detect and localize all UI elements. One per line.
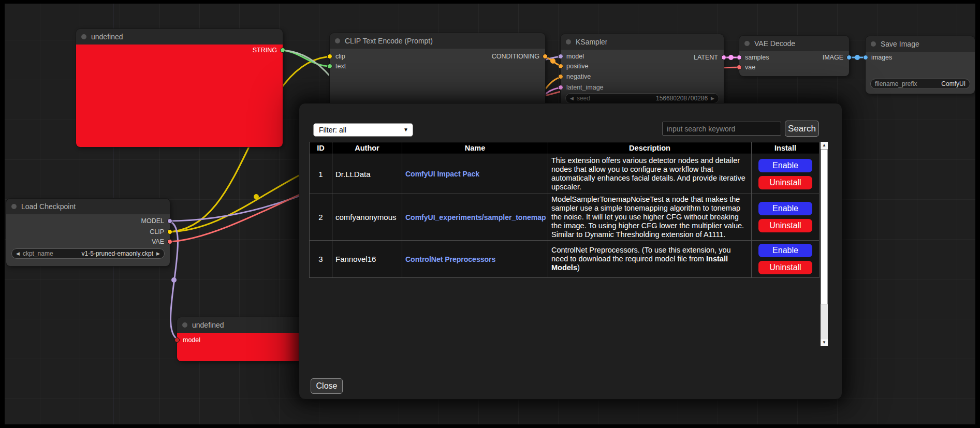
decrement-arrow-icon[interactable]: ◀ [16, 252, 20, 256]
uninstall-button[interactable]: Uninstall [758, 219, 812, 232]
input-dot-text[interactable] [327, 64, 332, 69]
scrollbar-thumb[interactable] [821, 149, 828, 304]
uninstall-button[interactable]: Uninstall [758, 261, 812, 274]
input-dot-vae[interactable] [737, 65, 742, 70]
wire-dot-clip [254, 194, 259, 199]
cell-description: ModelSamplerTonemapNoiseTest a node that… [548, 194, 752, 241]
search-button[interactable]: Search [785, 121, 819, 137]
scroll-up-icon[interactable]: ▲ [821, 142, 828, 149]
collapse-dot-icon[interactable] [335, 38, 340, 43]
output-dot-vae[interactable] [167, 239, 172, 244]
extension-link[interactable]: ControlNet Preprocessors [405, 255, 495, 263]
output-label-vae: VAE [152, 238, 164, 245]
input-dot-negative[interactable] [558, 74, 563, 79]
collapse-dot-icon[interactable] [744, 41, 750, 46]
custom-nodes-manager-dialog: Filter: all ▼ Search ID Author Name Desc… [299, 103, 842, 400]
cell-install: Enable Uninstall [752, 241, 820, 278]
node-ksampler[interactable]: KSampler model positive negative latent_… [561, 34, 724, 112]
node-load-checkpoint[interactable]: Load Checkpoint MODEL CLIP VAE ◀ ckpt_na… [6, 199, 170, 266]
widget-name: filename_prefix [875, 80, 917, 87]
node-title: undefined [192, 321, 224, 329]
output-dot-image[interactable] [846, 55, 852, 60]
filename-prefix-widget[interactable]: filename_prefix ComfyUI [870, 79, 970, 89]
extensions-table: ID Author Name Description Install 1 Dr.… [309, 142, 820, 278]
input-dot-model[interactable] [558, 54, 563, 59]
input-label-model: model [183, 336, 200, 344]
cell-install: Enable Uninstall [752, 154, 820, 194]
table-scrollbar[interactable]: ▲ ▼ [821, 142, 828, 346]
wire-dot-image [855, 55, 860, 60]
header-name: Name [402, 142, 548, 154]
input-label-negative: negative [566, 73, 591, 80]
input-dot-images[interactable] [863, 55, 868, 60]
input-dot-latent-image[interactable] [558, 85, 563, 90]
table-header-row: ID Author Name Description Install [310, 142, 820, 154]
cell-author: Fannovel16 [332, 241, 402, 278]
output-dot-conditioning[interactable] [543, 54, 548, 59]
extension-link[interactable]: ComfyUI Impact Pack [405, 170, 479, 178]
collapse-dot-icon[interactable] [182, 322, 187, 328]
seed-widget[interactable]: ◀ seed 156680208700286 ▶ [565, 93, 719, 104]
node-clip-text-encode[interactable]: CLIP Text Encode (Prompt) clip text COND… [330, 33, 545, 111]
node-vae-decode[interactable]: VAE Decode samples vae IMAGE [739, 36, 849, 76]
increment-arrow-icon[interactable]: ▶ [711, 96, 714, 101]
output-dot-latent[interactable] [721, 55, 726, 60]
enable-button[interactable]: Enable [758, 244, 812, 257]
increment-arrow-icon[interactable]: ▶ [156, 252, 160, 256]
node-undefined-string[interactable]: undefined STRING [76, 29, 283, 147]
node-title-bar[interactable]: KSampler [561, 34, 724, 50]
node-title-bar[interactable]: Load Checkpoint [6, 199, 170, 214]
extension-link[interactable]: ComfyUI_experiments/sampler_tonemap [405, 213, 546, 222]
output-dot-clip[interactable] [167, 229, 172, 234]
input-dot-samples[interactable] [737, 55, 742, 60]
description-text: ) [577, 263, 580, 272]
node-title-bar[interactable]: Save Image [866, 36, 975, 52]
input-label-clip: clip [335, 53, 345, 60]
input-label-vae: vae [745, 64, 755, 71]
search-input[interactable] [662, 122, 781, 136]
input-dot-clip[interactable] [327, 54, 332, 59]
cell-name: ComfyUI Impact Pack [402, 154, 548, 194]
filter-select[interactable]: Filter: all [313, 123, 413, 137]
collapse-dot-icon[interactable] [81, 34, 86, 39]
input-dot-positive[interactable] [558, 64, 563, 69]
node-title-bar[interactable]: CLIP Text Encode (Prompt) [330, 33, 545, 49]
cell-author: Dr.Lt.Data [332, 154, 402, 194]
cell-description: This extension offers various detector n… [548, 154, 752, 194]
input-dot-model[interactable] [174, 337, 180, 343]
description-text: ControlNet Preprocessors. (To use this e… [551, 246, 731, 263]
input-label-positive: positive [566, 63, 588, 70]
window-frame-bottom [0, 424, 980, 428]
wire-string-to-text [280, 50, 330, 66]
uninstall-button[interactable]: Uninstall [758, 176, 812, 189]
enable-button[interactable]: Enable [758, 202, 812, 215]
widget-value: v1-5-pruned-emaonly.ckpt [82, 250, 154, 257]
cell-description: ControlNet Preprocessors. (To use this e… [548, 241, 752, 278]
output-label-clip: CLIP [150, 228, 164, 235]
input-label-text: text [335, 63, 346, 70]
node-save-image[interactable]: Save Image images filename_prefix ComfyU… [866, 36, 975, 94]
collapse-dot-icon[interactable] [11, 204, 17, 209]
enable-button[interactable]: Enable [758, 159, 812, 172]
widget-name: ckpt_name [23, 250, 53, 257]
node-title: undefined [91, 33, 123, 41]
output-dot-model[interactable] [167, 218, 172, 224]
collapse-dot-icon[interactable] [566, 39, 571, 45]
ckpt-name-widget[interactable]: ◀ ckpt_name v1-5-pruned-emaonly.ckpt ▶ [11, 248, 165, 259]
output-dot-string[interactable] [280, 48, 285, 53]
node-title-bar[interactable]: VAE Decode [739, 36, 849, 51]
table-row: 1 Dr.Lt.Data ComfyUI Impact Pack This ex… [310, 154, 820, 194]
decrement-arrow-icon[interactable]: ◀ [570, 96, 574, 101]
input-label-images: images [871, 54, 892, 61]
node-graph-canvas[interactable]: undefined STRING CLIP Text Encode (Promp… [0, 0, 980, 428]
collapse-dot-icon[interactable] [871, 41, 876, 47]
close-button[interactable]: Close [311, 378, 343, 394]
output-label-image: IMAGE [823, 54, 843, 61]
header-description: Description [548, 142, 752, 154]
cell-id: 1 [310, 154, 332, 194]
window-frame-right [975, 0, 980, 428]
node-title-bar[interactable]: undefined [76, 29, 283, 45]
header-install: Install [752, 142, 820, 154]
scroll-down-icon[interactable]: ▼ [821, 339, 828, 346]
header-author: Author [332, 142, 402, 154]
